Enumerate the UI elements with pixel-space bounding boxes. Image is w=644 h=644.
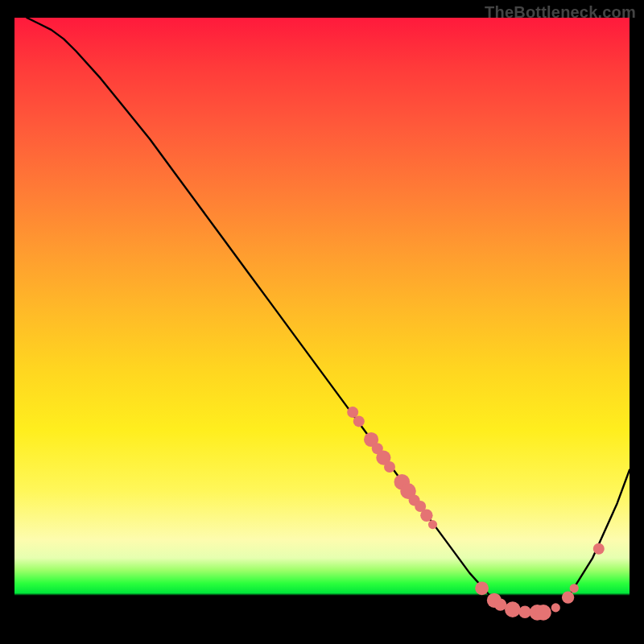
plot-area: [14, 18, 630, 625]
data-point: [384, 461, 395, 473]
data-point: [518, 606, 530, 618]
data-point: [353, 415, 365, 427]
data-point: [593, 543, 605, 555]
chart-svg: [14, 18, 630, 625]
data-point: [494, 598, 506, 610]
chart-frame: TheBottleneck.com: [0, 0, 644, 644]
data-point: [570, 584, 579, 592]
data-point: [551, 603, 560, 612]
data-point: [475, 581, 489, 595]
data-point: [505, 601, 521, 617]
data-points-group: [347, 407, 605, 621]
data-point: [428, 520, 437, 529]
data-point: [420, 510, 432, 522]
performance-curve: [27, 18, 630, 613]
watermark-text: TheBottleneck.com: [485, 3, 636, 22]
data-point: [535, 605, 551, 621]
data-point: [562, 591, 574, 603]
